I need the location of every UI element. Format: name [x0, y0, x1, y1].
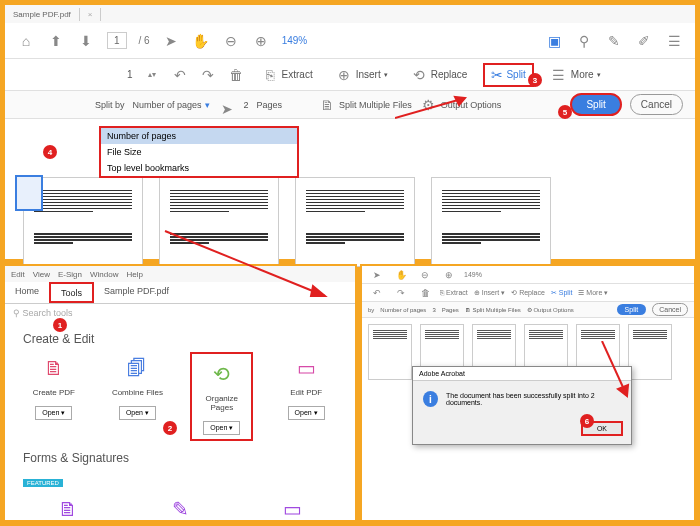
page-number-input[interactable]: 1: [107, 32, 127, 49]
split-by-label: Split by: [95, 100, 125, 110]
down-icon[interactable]: ⬇: [77, 32, 95, 50]
badge-2: 2: [163, 421, 177, 435]
up-icon[interactable]: ⬆: [47, 32, 65, 50]
svg-line-2: [165, 231, 325, 296]
pen-icon[interactable]: ✎: [605, 32, 623, 50]
more-button[interactable]: ☰More▾: [544, 63, 607, 87]
selected-thumb[interactable]: [15, 175, 43, 211]
highlight-icon[interactable]: ✐: [635, 32, 653, 50]
zoom-in-icon[interactable]: ⊕: [252, 32, 270, 50]
output-opts[interactable]: ⚙ Output Options: [527, 306, 574, 313]
search-icon: ⚲: [13, 308, 20, 318]
svg-marker-1: [455, 97, 465, 105]
dd-option-bookmarks[interactable]: Top level bookmarks: [101, 160, 297, 176]
crop-icon[interactable]: ▣: [545, 32, 563, 50]
split-button-tb[interactable]: ✂ Split: [551, 289, 573, 297]
close-tab-icon[interactable]: ×: [80, 8, 102, 21]
split-by-label: by: [368, 307, 374, 313]
menu-view[interactable]: View: [33, 270, 50, 279]
hand-icon[interactable]: ✋: [192, 32, 210, 50]
document-tab[interactable]: Sample PDF.pdf: [5, 8, 80, 21]
files-icon: 🗎: [318, 96, 336, 114]
badge-4: 4: [43, 145, 57, 159]
info-icon: i: [423, 391, 438, 407]
replace-button[interactable]: ⟲ Replace: [511, 289, 545, 297]
cancel-button[interactable]: Cancel: [630, 94, 683, 115]
stamp-icon[interactable]: ▭: [276, 493, 308, 525]
page-thumb[interactable]: [431, 177, 551, 267]
more-button[interactable]: ☰ More ▾: [578, 289, 608, 297]
menu-help[interactable]: Help: [126, 270, 142, 279]
tab-home[interactable]: Home: [5, 282, 49, 303]
spinner-up-icon[interactable]: ▴▾: [143, 66, 161, 84]
rotate-right-icon[interactable]: ↷: [392, 284, 410, 302]
section-forms: Forms & Signatures: [5, 441, 355, 471]
search-tools-input[interactable]: Search tools: [23, 308, 73, 318]
tool-edit-pdf[interactable]: ▭ Edit PDF Open▾: [275, 352, 337, 441]
split-multi[interactable]: 🗎 Split Multiple Files: [465, 307, 521, 313]
open-button[interactable]: Open▾: [288, 406, 325, 420]
open-button[interactable]: Open▾: [119, 406, 156, 420]
svg-line-0: [395, 98, 465, 118]
split-mode[interactable]: Number of pages: [380, 307, 426, 313]
zoom-level[interactable]: 149%: [464, 271, 482, 278]
sign-icon[interactable]: ✎: [164, 493, 196, 525]
zoom-out-icon[interactable]: ⊖: [222, 32, 240, 50]
badge-6: 6: [580, 414, 594, 428]
tool-create-pdf[interactable]: 🗎 Create PDF Open▾: [23, 352, 85, 441]
extract-button[interactable]: ⎘ Extract: [440, 289, 468, 296]
pointer-icon[interactable]: ➤: [162, 32, 180, 50]
split-tool-button[interactable]: ✂Split: [483, 63, 533, 87]
zoom-in-icon[interactable]: ⊕: [440, 266, 458, 284]
cancel-button[interactable]: Cancel: [652, 303, 688, 316]
pointer-icon[interactable]: ➤: [368, 266, 386, 284]
home-icon[interactable]: ⌂: [17, 32, 35, 50]
menu-edit[interactable]: Edit: [11, 270, 25, 279]
badge-3: 3: [528, 73, 542, 87]
trash-icon[interactable]: 🗑: [227, 66, 245, 84]
extract-button[interactable]: ⎘Extract: [255, 63, 319, 87]
pages-label: Pages: [257, 100, 283, 110]
dd-option-filesize[interactable]: File Size: [101, 144, 297, 160]
insert-button[interactable]: ⊕ Insert ▾: [474, 289, 505, 297]
menu-esign[interactable]: E-Sign: [58, 270, 82, 279]
open-button[interactable]: Open▾: [203, 421, 240, 435]
organize-icon: ⟲: [206, 358, 238, 390]
tool-organize-pages[interactable]: ⟲ Organize Pages Open▾: [190, 352, 253, 441]
dd-option-pages[interactable]: Number of pages: [101, 128, 297, 144]
split-button[interactable]: Split: [617, 304, 647, 315]
rotate-left-icon[interactable]: ↶: [171, 66, 189, 84]
replace-button[interactable]: ⟲Replace: [404, 63, 474, 87]
menu-window[interactable]: Window: [90, 270, 118, 279]
trash-icon[interactable]: 🗑: [416, 284, 434, 302]
insert-button[interactable]: ⊕Insert▾: [329, 63, 394, 87]
split-mode-dropdown[interactable]: Number of pages▾: [133, 100, 210, 110]
page-total: / 6: [139, 35, 150, 46]
tool-combine-files[interactable]: 🗐 Combine Files Open▾: [107, 352, 169, 441]
split-count-input[interactable]: 2: [244, 100, 249, 110]
split-count[interactable]: 3: [432, 307, 435, 313]
replace-icon: ⟲: [410, 66, 428, 84]
badge-5: 5: [558, 105, 572, 119]
form-icon[interactable]: 🗎: [52, 493, 84, 525]
page-spinner[interactable]: 1: [127, 69, 133, 80]
combine-icon: 🗐: [121, 352, 153, 384]
search-icon[interactable]: ⚲: [575, 32, 593, 50]
zoom-level[interactable]: 149%: [282, 35, 308, 46]
extract-icon: ⎘: [261, 66, 279, 84]
split-button[interactable]: Split: [570, 93, 621, 116]
tab-tools[interactable]: Tools: [49, 282, 94, 303]
pages-label: Pages: [442, 307, 459, 313]
stamp-icon[interactable]: ☰: [665, 32, 683, 50]
hand-icon[interactable]: ✋: [392, 266, 410, 284]
svg-marker-3: [311, 286, 325, 296]
open-button[interactable]: Open▾: [35, 406, 72, 420]
split-mode-menu: Number of pages File Size Top level book…: [99, 126, 299, 178]
badge-1: 1: [53, 318, 67, 332]
page-thumb[interactable]: [368, 324, 412, 380]
rotate-left-icon[interactable]: ↶: [368, 284, 386, 302]
rotate-right-icon[interactable]: ↷: [199, 66, 217, 84]
insert-icon: ⊕: [335, 66, 353, 84]
zoom-out-icon[interactable]: ⊖: [416, 266, 434, 284]
list-icon: ☰: [550, 66, 568, 84]
